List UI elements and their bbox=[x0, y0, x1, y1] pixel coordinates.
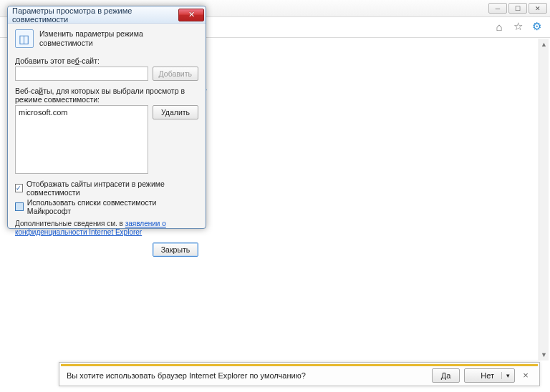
favorites-icon[interactable]: ☆ bbox=[511, 20, 524, 33]
dialog-header-text: Изменить параметры режима совместимости bbox=[39, 29, 198, 48]
site-list-label: Веб-сайты, для которых вы выбрали просмо… bbox=[15, 87, 198, 104]
dialog-close-button[interactable]: ✕ bbox=[178, 9, 204, 21]
notification-no-label: Нет bbox=[473, 371, 501, 380]
dialog-body: ◫ Изменить параметры режима совместимост… bbox=[8, 24, 206, 263]
add-site-label: Добавить этот веб-сайт: bbox=[15, 57, 198, 65]
default-browser-notification: Вы хотите использовать браузер Internet … bbox=[59, 362, 540, 386]
dialog-info-text: Дополнительные сведения см. в заявлении … bbox=[15, 220, 198, 237]
scroll-up-icon[interactable]: ▲ bbox=[539, 39, 549, 50]
window-minimize-button[interactable]: ─ bbox=[488, 3, 507, 14]
scroll-down-icon[interactable]: ▼ bbox=[539, 349, 549, 361]
scroll-track[interactable] bbox=[539, 50, 549, 349]
checkbox-intranet[interactable]: ✓ Отображать сайты интрасети в режиме со… bbox=[15, 180, 198, 197]
checkbox-ms-lists[interactable]: Использовать списки совместимости Майкро… bbox=[15, 198, 198, 215]
checkbox-icon bbox=[15, 202, 24, 211]
list-item[interactable]: microsoft.com bbox=[19, 108, 145, 117]
chevron-down-icon[interactable]: ▾ bbox=[501, 372, 514, 379]
remove-button[interactable]: Удалить bbox=[153, 105, 198, 119]
notification-close-button[interactable]: × bbox=[519, 370, 532, 381]
browser-toolbar: ⌂ ☆ ⚙ bbox=[493, 17, 550, 36]
close-dialog-button[interactable]: Закрыть bbox=[153, 242, 198, 257]
vertical-scrollbar[interactable]: ▲ ▼ bbox=[539, 39, 549, 361]
window-controls: ─ ☐ ✕ bbox=[488, 3, 547, 14]
window-maximize-button[interactable]: ☐ bbox=[508, 3, 527, 14]
checkbox-label: Отображать сайты интрасети в режиме совм… bbox=[26, 180, 198, 197]
compat-icon: ◫ bbox=[15, 29, 34, 48]
dialog-title: Параметры просмотра в режиме совместимос… bbox=[12, 6, 178, 24]
window-close-button[interactable]: ✕ bbox=[529, 3, 547, 14]
dialog-titlebar[interactable]: Параметры просмотра в режиме совместимос… bbox=[8, 6, 206, 24]
notification-yes-button[interactable]: Да bbox=[432, 368, 460, 383]
gear-icon[interactable]: ⚙ bbox=[530, 20, 543, 33]
site-listbox[interactable]: microsoft.com bbox=[15, 105, 148, 174]
notification-text: Вы хотите использовать браузер Internet … bbox=[67, 371, 432, 380]
checkbox-label: Использовать списки совместимости Майкро… bbox=[27, 198, 198, 215]
checkbox-icon: ✓ bbox=[15, 184, 23, 192]
home-icon[interactable]: ⌂ bbox=[493, 20, 506, 33]
compat-view-dialog: Параметры просмотра в режиме совместимос… bbox=[7, 6, 206, 229]
add-button[interactable]: Добавить bbox=[153, 67, 198, 81]
add-site-input[interactable] bbox=[15, 67, 148, 81]
notification-no-button[interactable]: Нет ▾ bbox=[464, 368, 515, 383]
